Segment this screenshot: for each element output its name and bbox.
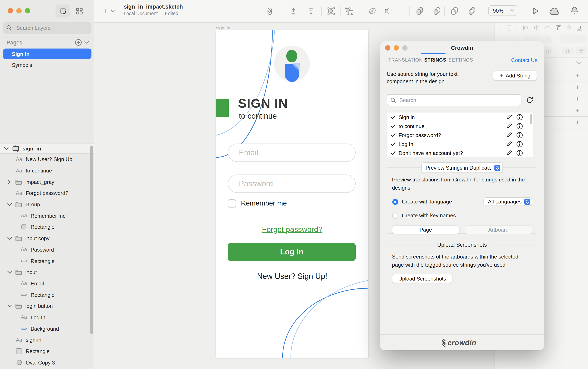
layer-item[interactable]: AaLog In xyxy=(0,312,91,323)
chevron-down-icon[interactable] xyxy=(7,270,12,274)
language-dropdown[interactable]: All Languages xyxy=(483,198,532,206)
string-info-button[interactable] xyxy=(516,140,523,147)
remember-me-checkbox[interactable] xyxy=(228,199,236,208)
bring-forward-icon[interactable] xyxy=(288,6,298,16)
string-row[interactable]: Don’t have an account yet? xyxy=(388,149,533,157)
align-center-horizontal-icon[interactable] xyxy=(534,25,540,31)
artboard-group-row[interactable]: sign_in xyxy=(0,143,94,154)
flip-horizontal-button[interactable] xyxy=(562,47,574,55)
distribute-horizontal-icon[interactable] xyxy=(495,25,501,31)
resize-icon[interactable] xyxy=(384,6,394,16)
align-left-icon[interactable] xyxy=(523,25,529,31)
crowdin-titlebar[interactable]: Crowdin xyxy=(380,41,544,54)
layer-item[interactable]: Rectangle xyxy=(0,255,91,267)
notifications-bell-button[interactable] xyxy=(570,6,579,16)
layer-search-field[interactable] xyxy=(3,22,92,34)
log-in-button[interactable]: Log In xyxy=(228,243,356,261)
list-scrollbar[interactable] xyxy=(530,114,532,124)
insert-button[interactable]: + xyxy=(103,7,115,15)
ungroup-icon[interactable] xyxy=(344,6,354,16)
close-window-button[interactable] xyxy=(8,8,13,13)
cloud-share-button[interactable] xyxy=(549,7,560,16)
upload-screenshots-button[interactable]: Upload Screenshots xyxy=(392,274,452,283)
radio-create-with-key-names[interactable] xyxy=(392,212,399,219)
edit-string-button[interactable] xyxy=(506,123,513,129)
layer-item[interactable]: Background xyxy=(0,323,91,334)
page-button[interactable]: Page xyxy=(392,226,459,234)
align-top-icon[interactable] xyxy=(556,25,562,31)
zoom-control[interactable]: 90% xyxy=(488,5,517,16)
close-window-button[interactable] xyxy=(385,45,390,50)
sidebar-page-symbols[interactable]: Symbols xyxy=(3,60,92,70)
distribute-vertical-icon[interactable] xyxy=(506,25,512,31)
artboard-button[interactable]: Artboard xyxy=(465,226,532,234)
tab-settings[interactable]: SETTINGS xyxy=(448,54,473,66)
refresh-strings-button[interactable] xyxy=(526,96,534,104)
layer-item[interactable]: Aasign-in xyxy=(0,334,91,346)
layer-item[interactable]: Aato-continue xyxy=(0,165,91,176)
layer-item[interactable]: AaForgot password? xyxy=(0,188,91,199)
layer-item[interactable]: AaPassword xyxy=(0,244,91,255)
contact-us-link[interactable]: Contact Us xyxy=(511,54,537,66)
string-row[interactable]: to continue xyxy=(388,121,533,130)
layer-item[interactable]: Rectangle xyxy=(0,221,91,233)
rotation-field[interactable]: ° xyxy=(560,35,586,43)
intersect-icon[interactable] xyxy=(450,6,459,16)
artboard-title[interactable]: sign_in xyxy=(216,25,230,30)
add-style-button[interactable]: + xyxy=(574,72,581,79)
string-row[interactable]: Forgot password? xyxy=(388,130,533,140)
string-row[interactable]: Sign in xyxy=(388,112,533,121)
add-style-button[interactable]: + xyxy=(574,107,581,114)
canvas-view-button[interactable] xyxy=(55,4,70,18)
crowdin-plugin-window[interactable]: Crowdin TRANSLATION STRINGS SETTINGS Con… xyxy=(380,41,544,350)
layer-item[interactable]: AaEmail xyxy=(0,278,91,289)
rotate-icon[interactable] xyxy=(368,6,377,16)
minimize-window-button[interactable] xyxy=(394,45,399,50)
artboard-sign-in[interactable]: SIGN IN to continue Email Password Remem… xyxy=(216,30,368,358)
chevron-right-icon[interactable] xyxy=(7,180,12,184)
collapse-section-button[interactable] xyxy=(576,61,581,65)
layer-item[interactable]: input copy xyxy=(0,233,91,244)
layer-item[interactable]: Rectangle xyxy=(0,289,91,300)
password-field[interactable]: Password xyxy=(228,175,356,193)
chevron-down-icon[interactable] xyxy=(4,147,9,150)
tab-strings[interactable]: STRINGS xyxy=(424,54,446,66)
edit-string-button[interactable] xyxy=(506,150,513,156)
more-icon[interactable] xyxy=(514,25,517,31)
add-page-button[interactable] xyxy=(75,39,82,46)
chevron-down-icon[interactable] xyxy=(7,305,12,308)
radio-create-with-language[interactable] xyxy=(392,199,399,205)
edit-string-button[interactable] xyxy=(506,132,513,138)
sidebar-page-sign-in[interactable]: Sign In xyxy=(3,49,92,59)
zoom-window-button[interactable] xyxy=(402,45,408,50)
edit-string-button[interactable] xyxy=(506,114,513,120)
tab-translation[interactable]: TRANSLATION xyxy=(388,54,423,66)
shape-tool-icon[interactable] xyxy=(265,6,274,16)
align-middle-vertical-icon[interactable] xyxy=(566,25,572,31)
minimize-window-button[interactable] xyxy=(16,8,22,13)
layer-item[interactable]: login button xyxy=(0,300,91,312)
search-layers-input[interactable] xyxy=(16,24,78,31)
forgot-password-link[interactable]: Forgot password? xyxy=(216,225,368,234)
sign-up-link[interactable]: New User? Sign Up! xyxy=(216,272,368,281)
preview-play-button[interactable] xyxy=(531,7,539,16)
string-info-button[interactable] xyxy=(516,122,523,130)
subtract-icon[interactable] xyxy=(432,6,442,16)
layer-item[interactable]: impact_gray xyxy=(0,176,91,188)
difference-icon[interactable] xyxy=(467,6,477,16)
layer-item[interactable]: Oval Copy 3 xyxy=(0,357,91,368)
add-string-button[interactable]: + Add String xyxy=(493,70,537,80)
align-bottom-icon[interactable] xyxy=(576,25,582,31)
edit-string-button[interactable] xyxy=(506,141,513,147)
add-style-button[interactable]: + xyxy=(574,84,581,91)
align-right-icon[interactable] xyxy=(545,25,551,31)
string-search-field[interactable] xyxy=(387,94,521,106)
string-info-button[interactable] xyxy=(516,114,523,120)
zoom-window-button[interactable] xyxy=(25,8,30,13)
string-info-button[interactable] xyxy=(516,150,523,156)
chevron-down-icon[interactable] xyxy=(7,203,12,206)
chevron-down-icon[interactable] xyxy=(7,237,12,240)
layer-item[interactable]: AaRemember me xyxy=(0,210,91,221)
send-backward-icon[interactable] xyxy=(306,6,316,16)
grid-view-button[interactable] xyxy=(72,4,87,18)
